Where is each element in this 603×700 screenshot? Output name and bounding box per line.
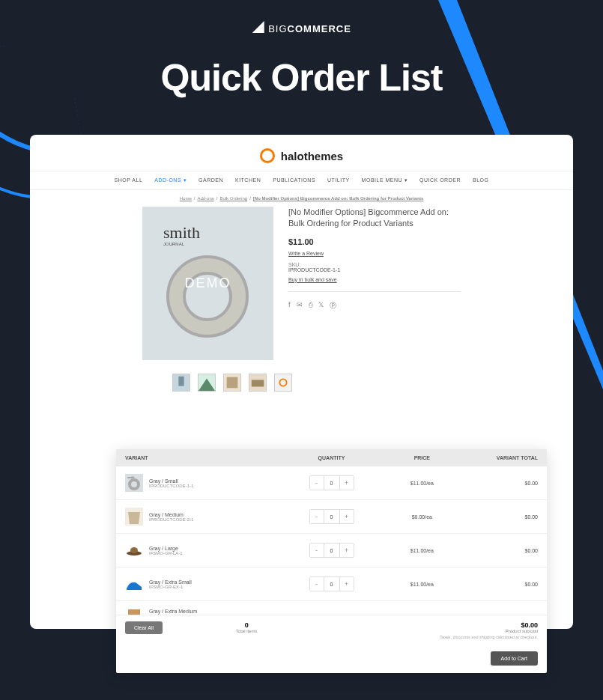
product-main-image[interactable]: smith JOURNAL DEMO — [142, 207, 273, 360]
breadcrumb-2[interactable]: Bulk Ordering — [219, 196, 247, 201]
qty-increment-button[interactable]: + — [340, 476, 354, 490]
variant-name: Gray / Large — [149, 546, 183, 551]
quantity-stepper: - + — [309, 576, 354, 591]
site-logo[interactable]: halothemes — [30, 135, 573, 171]
nav-item-garden[interactable]: GARDEN — [199, 177, 223, 183]
facebook-icon[interactable]: f — [288, 301, 291, 311]
product-thumbnails — [30, 360, 573, 399]
bigcommerce-wordmark: BIGCOMMERCE — [268, 23, 351, 34]
thumbnail-2[interactable] — [198, 374, 216, 392]
breadcrumb-sep: / — [247, 196, 253, 201]
pinterest-icon[interactable]: ⓟ — [330, 301, 336, 311]
demo-watermark: DEMO — [185, 276, 231, 291]
quantity-stepper: - + — [309, 543, 354, 558]
nav-item-shop-all[interactable]: SHOP ALL — [115, 177, 143, 183]
svg-text:smith: smith — [127, 475, 135, 479]
nav-item-quick-order[interactable]: QUICK ORDER — [419, 177, 461, 183]
variant-sku: IPRODUCTCODE-2-1 — [149, 517, 193, 522]
variant-price: $11.00/ea — [378, 548, 465, 553]
variant-name: Gray / Extra Small — [149, 579, 192, 585]
svg-rect-9 — [227, 377, 238, 389]
svg-point-20 — [130, 547, 138, 553]
qty-decrement-button[interactable]: - — [310, 476, 324, 490]
table-row: smith Gray / Small IPRODUCTCODE-1-1 - + … — [116, 466, 547, 500]
variant-total: $0.00 — [465, 514, 538, 520]
qty-input[interactable] — [324, 510, 340, 523]
header-quantity: QUANTITY — [285, 455, 379, 460]
variant-thumb: smith — [125, 474, 143, 492]
page-title: Quick Order List — [161, 56, 443, 100]
table-row: Gray / Medium IPRODUCTCODE-2-1 - + $8.00… — [116, 500, 547, 534]
add-to-cart-button[interactable]: Add to Cart — [491, 651, 538, 666]
clear-all-button[interactable]: Clear All — [125, 621, 163, 634]
header-variant: VARIANT — [125, 455, 285, 460]
nav-item-utility[interactable]: UTILITY — [327, 177, 350, 183]
qty-increment-button[interactable]: + — [340, 544, 354, 557]
bulk-save-link[interactable]: Buy in bulk and save — [288, 277, 461, 282]
total-items-label: Total items — [178, 629, 315, 633]
variant-total: $0.00 — [465, 481, 538, 486]
variant-name: Gray / Medium — [149, 512, 193, 517]
nav-item-blog[interactable]: BLOG — [473, 177, 488, 183]
order-footer: Clear All 0 Total items $0.00 Product su… — [116, 615, 547, 645]
quantity-stepper: - + — [309, 509, 354, 524]
variant-thumb — [125, 541, 143, 559]
product-title: [No Modifier Options] Bigcommerce Add on… — [288, 207, 461, 230]
email-icon[interactable]: ✉ — [297, 301, 303, 311]
subtotal-label: Product subtotal — [330, 629, 538, 633]
variant-thumb — [125, 575, 143, 593]
header-price: PRICE — [378, 455, 465, 460]
order-table-header: VARIANT QUANTITY PRICE VARIANT TOTAL — [116, 449, 547, 466]
variant-name: Gray / Small — [149, 478, 193, 484]
qty-decrement-button[interactable]: - — [310, 544, 324, 557]
print-icon[interactable]: ⎙ — [309, 301, 312, 311]
variant-total: $0.00 — [465, 582, 538, 587]
info-divider — [288, 291, 461, 292]
svg-text:JOURNAL: JOURNAL — [163, 242, 185, 246]
svg-rect-11 — [252, 380, 264, 386]
nav-item-mobile-menu[interactable]: MOBILE MENU ▾ — [362, 177, 407, 183]
qty-input[interactable] — [324, 577, 340, 591]
qty-increment-button[interactable]: + — [340, 577, 354, 591]
sku-label: SKU: — [288, 262, 461, 267]
variant-sku: IFSMO-GR-LA-1 — [149, 551, 183, 556]
variant-sku: IPRODUCTCODE-1-1 — [149, 484, 193, 488]
qty-increment-button[interactable]: + — [340, 510, 354, 523]
thumbnail-5[interactable] — [274, 374, 292, 392]
main-nav: SHOP ALLADD-ONS ▾GARDENKITCHENPUBLICATIO… — [30, 171, 573, 190]
qty-decrement-button[interactable]: - — [310, 510, 324, 523]
header-total: VARIANT TOTAL — [465, 455, 538, 460]
site-brand: halothemes — [281, 150, 343, 162]
svg-rect-23 — [128, 609, 140, 615]
bigcommerce-triangle-icon — [252, 21, 264, 33]
total-items-count: 0 — [178, 621, 315, 629]
variant-sku: IFSMO-GR-EX-1 — [149, 585, 192, 589]
breadcrumb-0[interactable]: Home — [180, 196, 192, 201]
bigcommerce-logo: BIGCOMMERCE — [252, 22, 351, 34]
variant-thumb — [125, 508, 143, 526]
variant-price: $11.00/ea — [378, 481, 465, 486]
breadcrumb-1[interactable]: Add-ons — [197, 196, 213, 201]
thumbnail-4[interactable] — [249, 374, 267, 392]
qty-input[interactable] — [324, 476, 340, 490]
preview-frame: halothemes SHOP ALLADD-ONS ▾GARDENKITCHE… — [30, 135, 573, 629]
qty-decrement-button[interactable]: - — [310, 577, 324, 591]
quick-order-panel: VARIANT QUANTITY PRICE VARIANT TOTAL smi… — [116, 449, 547, 673]
share-bar: f ✉ ⎙ 𝕏 ⓟ — [288, 301, 461, 311]
halothemes-circle-icon — [260, 148, 275, 163]
twitter-icon[interactable]: 𝕏 — [318, 301, 324, 311]
nav-item-kitchen[interactable]: KITCHEN — [235, 177, 261, 183]
nav-item-publications[interactable]: PUBLICATIONS — [273, 177, 315, 183]
variant-name: Gray / Extra Medium — [149, 609, 197, 614]
quantity-stepper: - + — [309, 475, 354, 490]
thumbnail-3[interactable] — [223, 374, 241, 392]
subtotal-note: Taxes, discounts and shipping calculated… — [330, 635, 538, 639]
breadcrumb-3: [No Modifier Options] Bigcommerce Add on… — [253, 196, 423, 201]
write-review-link[interactable]: Write a Review — [288, 251, 461, 256]
nav-item-add-ons[interactable]: ADD-ONS ▾ — [154, 177, 187, 183]
variant-price: $11.00/ea — [378, 582, 465, 587]
subtotal-amount: $0.00 — [330, 621, 538, 629]
thumbnail-1[interactable] — [172, 374, 190, 392]
variant-price: $8.00/ea — [378, 514, 465, 520]
qty-input[interactable] — [324, 544, 340, 557]
